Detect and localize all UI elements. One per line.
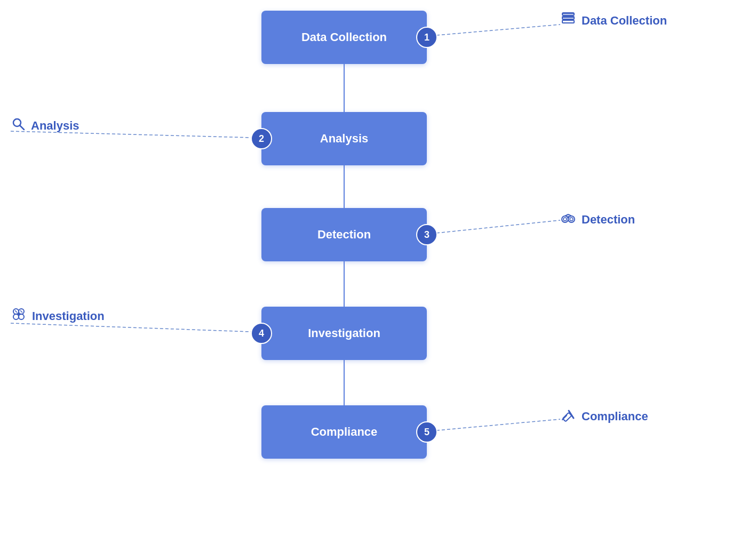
gavel-icon <box>560 406 576 426</box>
svg-line-19 <box>565 214 568 216</box>
compliance-side-text: Compliance <box>582 410 648 423</box>
svg-rect-29 <box>18 313 20 315</box>
investigation-label: Investigation <box>308 326 380 340</box>
svg-point-17 <box>568 216 575 222</box>
database-icon <box>560 11 576 30</box>
svg-line-8 <box>431 419 560 431</box>
data-collection-side-label: Data Collection <box>560 11 667 30</box>
svg-line-6 <box>431 220 560 234</box>
detection-side-text: Detection <box>582 213 635 227</box>
analysis-side-label: Analysis <box>11 116 79 135</box>
analysis-side-text: Analysis <box>31 119 79 133</box>
investigation-side-label: Investigation <box>11 306 105 326</box>
investigation-box: Investigation 4 <box>261 307 427 360</box>
data-collection-side-text: Data Collection <box>582 14 667 28</box>
step-3-badge: 3 <box>416 224 437 245</box>
search-icon <box>11 116 26 135</box>
investigation-icon <box>11 306 27 326</box>
compliance-side-label: Compliance <box>560 406 648 426</box>
analysis-label: Analysis <box>320 132 369 146</box>
detection-side-label: Detection <box>560 210 635 229</box>
data-collection-label: Data Collection <box>301 30 387 44</box>
svg-rect-11 <box>562 20 574 23</box>
data-collection-box: Data Collection 1 <box>261 11 427 64</box>
step-2-badge: 2 <box>251 128 272 149</box>
step-5-badge: 5 <box>416 421 437 443</box>
svg-line-4 <box>431 25 560 36</box>
analysis-box: Analysis 2 <box>261 112 427 165</box>
detection-label: Detection <box>317 228 371 242</box>
svg-point-16 <box>562 216 568 222</box>
svg-line-28 <box>20 310 22 313</box>
svg-point-21 <box>563 218 567 221</box>
detection-box: Detection 3 <box>261 208 427 261</box>
step-1-badge: 1 <box>416 27 437 48</box>
investigation-side-text: Investigation <box>32 309 105 323</box>
step-4-badge: 4 <box>251 323 272 344</box>
binoculars-icon <box>560 210 576 229</box>
svg-line-20 <box>568 214 571 216</box>
diagram-container: Data Collection 1 Data Collection Analys… <box>0 0 748 560</box>
connection-lines <box>0 0 748 560</box>
svg-point-22 <box>570 218 573 221</box>
svg-line-27 <box>15 310 17 313</box>
svg-line-15 <box>20 125 24 130</box>
compliance-box: Compliance 5 <box>261 405 427 459</box>
compliance-label: Compliance <box>311 425 378 439</box>
